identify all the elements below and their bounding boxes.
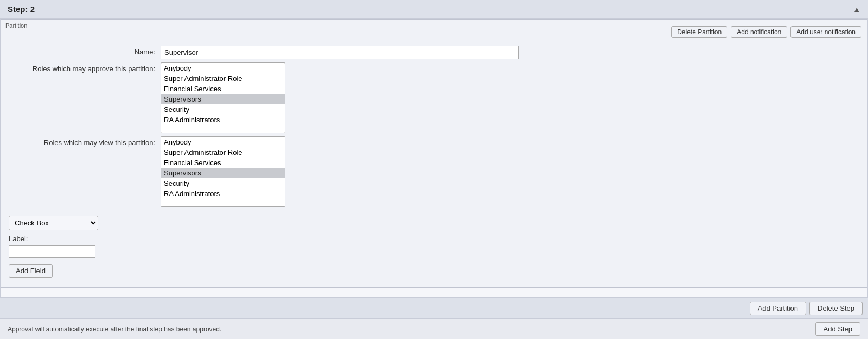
delete-partition-button[interactable]: Delete Partition xyxy=(671,26,727,38)
partition-section: Partition Delete Partition Add notificat… xyxy=(1,19,867,288)
add-field-button[interactable]: Add Field xyxy=(9,264,53,278)
view-field: Anybody Super Administrator Role Financi… xyxy=(161,136,486,207)
partition-top-buttons: Delete Partition Add notification Add us… xyxy=(1,24,867,42)
add-notification-button[interactable]: Add notification xyxy=(731,26,787,38)
label-input[interactable] xyxy=(9,245,95,258)
footer-bar: Approval will automatically execute afte… xyxy=(0,318,868,339)
label-field-label: Label: xyxy=(9,235,859,243)
add-partition-button[interactable]: Add Partition xyxy=(750,302,806,315)
field-type-row: Check Box Text Field Date Dropdown Text … xyxy=(1,210,867,233)
view-listbox[interactable]: Anybody Super Administrator Role Financi… xyxy=(161,136,285,207)
step-header: Step: 2 ▲ xyxy=(0,0,868,18)
add-user-notification-button[interactable]: Add user notification xyxy=(790,26,861,38)
field-type-select[interactable]: Check Box Text Field Date Dropdown Text … xyxy=(9,216,98,230)
add-field-row: Add Field xyxy=(1,260,867,280)
name-row: Name: xyxy=(1,46,867,59)
main-content: Partition Delete Partition Add notificat… xyxy=(0,18,868,298)
name-field xyxy=(161,46,486,59)
name-label: Name: xyxy=(9,46,161,56)
step-title: Step: 2 xyxy=(8,4,35,14)
name-input[interactable] xyxy=(161,46,519,59)
approve-row: Roles which may approve this partition: … xyxy=(1,62,867,133)
view-label: Roles which may view this partition: xyxy=(9,136,161,147)
view-row: Roles which may view this partition: Any… xyxy=(1,136,867,207)
bottom-bar: Add Partition Delete Step xyxy=(0,298,868,318)
delete-step-button[interactable]: Delete Step xyxy=(809,302,863,315)
collapse-icon[interactable]: ▲ xyxy=(853,5,860,14)
footer-right: Add Step xyxy=(815,322,861,336)
approve-field: Anybody Super Administrator Role Financi… xyxy=(161,62,486,133)
add-step-button[interactable]: Add Step xyxy=(815,322,861,336)
label-row: Label: xyxy=(1,233,867,260)
approve-label: Roles which may approve this partition: xyxy=(9,62,161,73)
approve-listbox[interactable]: Anybody Super Administrator Role Financi… xyxy=(161,62,285,133)
footer-message: Approval will automatically execute afte… xyxy=(8,325,221,333)
partition-label: Partition xyxy=(5,22,27,29)
